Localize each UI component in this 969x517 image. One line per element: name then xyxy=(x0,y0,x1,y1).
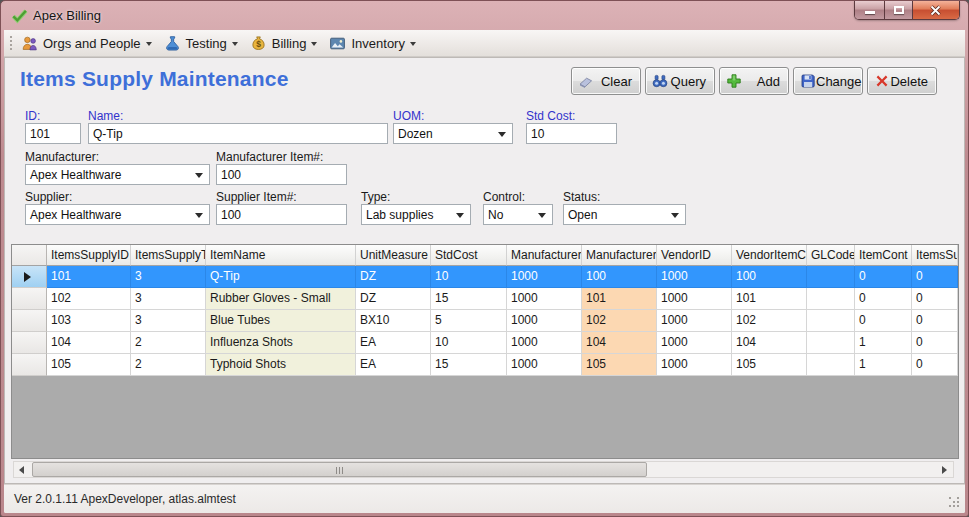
grid-cell[interactable]: 1000 xyxy=(657,266,732,288)
grid-cell[interactable]: 104 xyxy=(732,332,807,354)
grid-row-header[interactable] xyxy=(12,354,47,376)
grid-cell[interactable] xyxy=(807,354,855,376)
grid-cell[interactable]: EA xyxy=(356,332,431,354)
grid-cell[interactable]: 15 xyxy=(431,354,507,376)
manufacturer-item-field[interactable] xyxy=(216,164,347,185)
grid-cell[interactable]: 1000 xyxy=(507,332,582,354)
grid-row[interactable]: 1033Blue TubesBX1051000102100010200 xyxy=(12,310,958,332)
grid-cell[interactable]: 101 xyxy=(732,288,807,310)
grid-cell[interactable]: 0 xyxy=(855,310,912,332)
grid-column-header[interactable]: VendorItemCo xyxy=(732,245,807,266)
grid-cell[interactable]: 10 xyxy=(431,332,507,354)
grid-row-header[interactable] xyxy=(12,332,47,354)
maximize-button[interactable] xyxy=(885,1,913,19)
query-button[interactable]: Query xyxy=(645,67,715,95)
grid-cell[interactable]: 1 xyxy=(855,332,912,354)
horizontal-scrollbar[interactable] xyxy=(13,461,954,478)
grid-cell[interactable]: 1000 xyxy=(657,354,732,376)
grid-cell[interactable]: Blue Tubes xyxy=(206,310,356,332)
grid-cell[interactable]: 3 xyxy=(131,288,206,310)
grid-cell[interactable]: Influenza Shots xyxy=(206,332,356,354)
grid-column-header[interactable]: ItemName xyxy=(206,245,356,266)
clear-button[interactable]: Clear xyxy=(571,67,641,95)
grid-cell[interactable] xyxy=(807,310,855,332)
status-select[interactable]: Open xyxy=(563,204,686,225)
minimize-button[interactable] xyxy=(855,1,885,19)
grid-cell[interactable]: 100 xyxy=(582,266,657,288)
grid-cell[interactable]: 100 xyxy=(732,266,807,288)
grid-cell[interactable]: 105 xyxy=(47,354,131,376)
grid-cell[interactable]: 1000 xyxy=(507,310,582,332)
grid-column-header[interactable]: ItemsSupplyTy xyxy=(131,245,206,266)
supplier-item-field[interactable] xyxy=(216,204,347,225)
grid-cell[interactable]: Q-Tip xyxy=(206,266,356,288)
menu-orgs-and-people[interactable]: Orgs and People xyxy=(16,32,159,55)
grid-cell[interactable]: 101 xyxy=(47,266,131,288)
grid-cell[interactable]: EA xyxy=(356,354,431,376)
grid-column-header[interactable]: UnitMeasure xyxy=(356,245,431,266)
grid-cell[interactable]: 1000 xyxy=(657,332,732,354)
grid-cell[interactable]: 10 xyxy=(431,266,507,288)
grid-cell[interactable]: 102 xyxy=(732,310,807,332)
type-select[interactable]: Lab supplies xyxy=(361,204,471,225)
grid-cell[interactable]: DZ xyxy=(356,288,431,310)
change-button[interactable]: Change xyxy=(793,67,863,95)
grid-cell[interactable]: Rubber Gloves - Small xyxy=(206,288,356,310)
grid-cell[interactable]: 15 xyxy=(431,288,507,310)
grid-cell[interactable]: 105 xyxy=(732,354,807,376)
grid-cell[interactable]: 102 xyxy=(582,310,657,332)
grid-cell[interactable]: 2 xyxy=(131,332,206,354)
grid-cell[interactable] xyxy=(807,266,855,288)
grid-cell[interactable]: BX10 xyxy=(356,310,431,332)
grid-row-header[interactable] xyxy=(12,310,47,332)
scrollbar-thumb[interactable] xyxy=(32,462,647,477)
grid-cell[interactable]: 1000 xyxy=(657,288,732,310)
close-button[interactable] xyxy=(913,1,959,19)
grid-column-header[interactable]: ManufacturerI xyxy=(507,245,582,266)
scroll-right-button[interactable] xyxy=(936,462,953,477)
supplier-select[interactable]: Apex Healthware xyxy=(25,204,210,225)
grid-cell[interactable]: 0 xyxy=(855,266,912,288)
grid-cell[interactable]: 2 xyxy=(131,354,206,376)
resize-grip[interactable] xyxy=(949,497,960,508)
grid-column-header[interactable]: ItemsSupp xyxy=(912,245,958,266)
grid-cell[interactable]: 0 xyxy=(912,266,958,288)
menu-testing[interactable]: Testing xyxy=(159,32,245,55)
grid-row[interactable]: 1042Influenza ShotsEA101000104100010410 xyxy=(12,332,958,354)
grid-row[interactable]: 1023Rubber Gloves - SmallDZ1510001011000… xyxy=(12,288,958,310)
grid-cell[interactable]: 1000 xyxy=(657,310,732,332)
grid-cell[interactable]: 105 xyxy=(582,354,657,376)
grid-cell[interactable]: 3 xyxy=(131,266,206,288)
grid-column-header[interactable]: ManufacturerI xyxy=(582,245,657,266)
menu-billing[interactable]: $ Billing xyxy=(245,32,325,55)
grid-cell[interactable]: 0 xyxy=(912,310,958,332)
grid-row-header[interactable] xyxy=(12,288,47,310)
std-cost-field[interactable] xyxy=(526,123,617,144)
grid-cell[interactable]: 1 xyxy=(855,354,912,376)
name-field[interactable] xyxy=(88,123,388,144)
grid-cell[interactable]: 1000 xyxy=(507,354,582,376)
add-button[interactable]: Add xyxy=(719,67,789,95)
grid-cell[interactable]: 104 xyxy=(582,332,657,354)
grid-column-header[interactable]: GLCode xyxy=(807,245,855,266)
grid-cell[interactable]: 103 xyxy=(47,310,131,332)
grid-cell[interactable]: 101 xyxy=(582,288,657,310)
grid-cell[interactable]: 104 xyxy=(47,332,131,354)
uom-select[interactable]: Dozen xyxy=(393,123,513,144)
grid-row[interactable]: 1013Q-TipDZ101000100100010000 xyxy=(12,266,958,288)
delete-button[interactable]: Delete xyxy=(867,67,937,95)
manufacturer-select[interactable]: Apex Healthware xyxy=(25,164,210,185)
grid-column-header[interactable]: VendorID xyxy=(657,245,732,266)
grid-cell[interactable] xyxy=(807,332,855,354)
grid-cell[interactable]: 0 xyxy=(912,288,958,310)
grid-column-header[interactable]: ItemsSupplyID xyxy=(47,245,131,266)
grid-cell[interactable]: 0 xyxy=(912,332,958,354)
grid-cell[interactable]: 0 xyxy=(855,288,912,310)
id-field[interactable] xyxy=(25,123,81,144)
grid-row-header[interactable] xyxy=(12,266,47,288)
grid-corner-cell[interactable] xyxy=(12,245,47,266)
grid-cell[interactable]: 1000 xyxy=(507,288,582,310)
grid-cell[interactable]: Typhoid Shots xyxy=(206,354,356,376)
grid-cell[interactable]: 1000 xyxy=(507,266,582,288)
grid-column-header[interactable]: StdCost xyxy=(431,245,507,266)
